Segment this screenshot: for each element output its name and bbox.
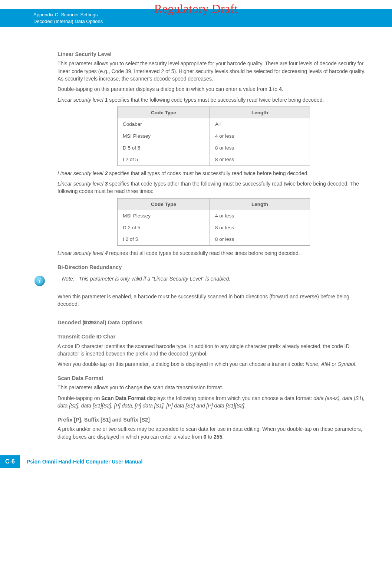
th: Code Type bbox=[118, 107, 210, 118]
td: 8 or less bbox=[210, 154, 310, 166]
text: . bbox=[282, 86, 283, 92]
td: MSI Plessey bbox=[118, 210, 210, 222]
table-level3: Code TypeLength MSI Plessey4 or less D 2… bbox=[117, 198, 310, 246]
text: Symbol bbox=[338, 361, 355, 367]
para: A prefix and/or one or two suffixes may … bbox=[57, 425, 370, 440]
text: 0 bbox=[204, 434, 207, 440]
td: 8 or less bbox=[210, 222, 310, 234]
th: Length bbox=[210, 198, 310, 210]
text: AIM bbox=[321, 361, 330, 367]
td: D 5 of 5 bbox=[118, 142, 210, 154]
footer: C-6 Psion Omnii Hand-Held Computer User … bbox=[0, 455, 392, 475]
para: A code ID character identifies the scann… bbox=[57, 343, 370, 358]
para: Double-tapping on this parameter display… bbox=[57, 85, 370, 93]
text: Linear security level bbox=[57, 97, 105, 103]
para: Double-tapping on Scan Data Format displ… bbox=[57, 394, 370, 410]
th: Length bbox=[210, 107, 310, 118]
text: . bbox=[355, 361, 356, 367]
text: specifies that all types of codes must b… bbox=[108, 170, 309, 176]
para: When you double-tap on this parameter, a… bbox=[57, 360, 370, 368]
heading-prefix-suffix: Prefix [P], Suffix [S1] and Suffix [S2] bbox=[57, 416, 370, 424]
watermark: Regulatory Draft bbox=[0, 2, 392, 16]
text: or bbox=[330, 361, 337, 367]
text: Scan Data Format bbox=[101, 395, 145, 401]
text: to bbox=[271, 86, 279, 92]
footer-title: Psion Omnii Hand-Held Computer User Manu… bbox=[27, 459, 143, 465]
note-box: i Note: This parameter is only valid if … bbox=[34, 275, 370, 286]
para: Linear security level 4 requires that al… bbox=[57, 249, 370, 257]
para: Linear security level 3 specifies that c… bbox=[57, 180, 370, 195]
section-number: C.2.3 bbox=[83, 318, 97, 327]
text: displays the following options from whic… bbox=[145, 395, 313, 401]
para: This parameter allows you to change the … bbox=[57, 384, 370, 391]
info-icon: i bbox=[34, 276, 45, 286]
text: 4 bbox=[279, 86, 282, 92]
note-label: Note: bbox=[62, 276, 74, 282]
text: , bbox=[318, 361, 321, 367]
note-body: This parameter is only valid if a "Linea… bbox=[79, 276, 230, 282]
para: Linear security level 2 specifies that a… bbox=[57, 170, 370, 177]
td: All bbox=[210, 118, 310, 130]
td: I 2 of 5 bbox=[118, 233, 210, 245]
para: Linear security level 1 specifies that t… bbox=[57, 96, 370, 104]
td: MSI Plessey bbox=[118, 130, 210, 142]
td: 8 or less bbox=[210, 233, 310, 245]
text: to bbox=[207, 434, 214, 440]
section-title: Decoded (Internal) Data Options bbox=[57, 318, 142, 327]
text: When you double-tap on this parameter, a… bbox=[57, 361, 306, 367]
td: 4 or less bbox=[210, 210, 310, 222]
heading-scan-data-format: Scan Data Format bbox=[57, 374, 370, 382]
text: Double-tapping on bbox=[57, 395, 101, 401]
para: This parameter allows you to select the … bbox=[57, 60, 370, 82]
text: Linear security level bbox=[57, 181, 105, 187]
heading-linear-security: Linear Security Level bbox=[57, 50, 370, 58]
heading-transmit-code: Transmit Code ID Char bbox=[57, 333, 370, 341]
td: I 2 of 5 bbox=[118, 154, 210, 166]
page-content: Linear Security Level This parameter all… bbox=[0, 27, 392, 440]
td: D 2 of 5 bbox=[118, 222, 210, 234]
heading-bidirection: Bi-Direction Redundancy bbox=[57, 263, 370, 271]
note-text: Note: This parameter is only valid if a … bbox=[62, 275, 231, 282]
text: None bbox=[306, 361, 318, 367]
text: Double-tapping on this parameter display… bbox=[57, 86, 269, 92]
text: Linear security level bbox=[57, 170, 105, 176]
th: Code Type bbox=[118, 198, 210, 210]
header-line2: Decoded (Internal) Data Options bbox=[33, 18, 392, 25]
td: 8 or less bbox=[210, 142, 310, 154]
text: specifies that the following code types … bbox=[108, 97, 324, 103]
text: requires that all code types be successf… bbox=[108, 250, 300, 256]
text: 255 bbox=[214, 434, 222, 440]
td: Codabar bbox=[118, 118, 210, 130]
page-number: C-6 bbox=[0, 455, 20, 468]
text: Linear security level bbox=[57, 250, 105, 256]
text: . bbox=[222, 434, 224, 440]
td: 4 or less bbox=[210, 130, 310, 142]
section-heading: C.2.3 Decoded (Internal) Data Options bbox=[57, 318, 370, 327]
table-level1: Code TypeLength CodabarAll MSI Plessey4 … bbox=[117, 107, 310, 166]
text: . bbox=[244, 403, 246, 409]
para: When this parameter is enabled, a barcod… bbox=[57, 293, 370, 308]
